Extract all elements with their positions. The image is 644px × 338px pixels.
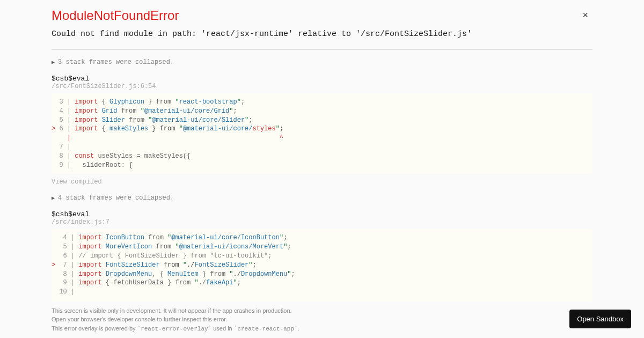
collapsed-frames-toggle[interactable]: ▶ 4 stack frames were collapsed. [52, 194, 592, 202]
collapsed-frames-toggle[interactable]: ▶ 3 stack frames were collapsed. [52, 58, 592, 66]
triangle-right-icon: ▶ [52, 59, 55, 65]
error-message: Could not find module in path: 'react/js… [52, 30, 592, 39]
open-sandbox-button[interactable]: Open Sandbox [569, 310, 631, 328]
code-snippet: 3 | import { Glyphicon } from "react-boo… [52, 93, 592, 174]
close-icon[interactable]: × [582, 10, 588, 21]
frame-location: /src/index.js:7 [52, 218, 592, 226]
collapsed-frames-label: 3 stack frames were collapsed. [58, 58, 174, 66]
error-overlay: ModuleNotFoundError Could not find modul… [0, 0, 644, 333]
divider [52, 49, 592, 50]
collapsed-frames-label: 4 stack frames were collapsed. [58, 194, 174, 202]
triangle-right-icon: ▶ [52, 195, 55, 201]
frame-function: $csb$eval [52, 75, 592, 83]
stack-frame-header: $csb$eval /src/FontSizeSlider.js:6:54 [52, 75, 592, 90]
frame-location: /src/FontSizeSlider.js:6:54 [52, 83, 592, 90]
view-compiled-link[interactable]: View compiled [52, 178, 592, 186]
frame-function: $csb$eval [52, 210, 592, 218]
stack-frame-header: $csb$eval /src/index.js:7 [52, 210, 592, 226]
footer-line: This screen is visible only in developme… [52, 306, 592, 315]
footer-note: This screen is visible only in developme… [52, 306, 592, 334]
code-snippet: 4 | import IconButton from "@material-ui… [52, 229, 592, 301]
footer-line: This error overlay is powered by `react-… [52, 324, 592, 334]
footer-line: Open your browser's developer console to… [52, 315, 592, 324]
error-title: ModuleNotFoundError [52, 8, 592, 23]
